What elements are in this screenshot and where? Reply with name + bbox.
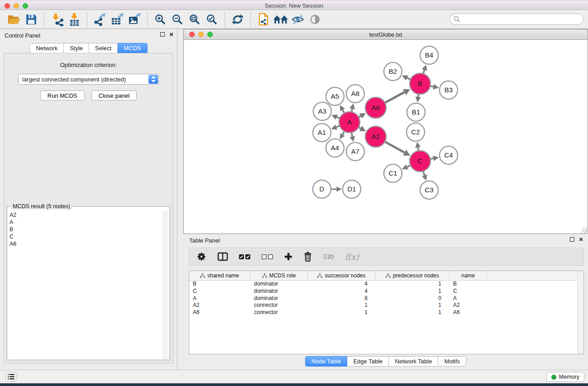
network-canvas[interactable]: AA6A2BCA1A3A4A5A7A8B1B2B3B4C1C2C3C4DD1 [184,40,588,234]
search-input[interactable] [460,16,583,23]
mcds-result-item[interactable]: A [10,219,163,226]
refresh-icon[interactable] [229,11,246,28]
cell-MCDS-role[interactable]: dominator [250,288,308,295]
graph-node-C2[interactable]: C2 [406,123,425,141]
cell-predecessor-nodes[interactable]: 0 [376,295,449,302]
cell-predecessor-nodes[interactable]: 1 [376,288,449,295]
network-list-button[interactable] [5,372,16,381]
tab-node-table[interactable]: Node Table [305,356,348,367]
cell-MCDS-role[interactable]: connector [250,302,308,309]
mcds-result-item[interactable]: A6 [10,240,163,248]
graph-node-D[interactable]: D [313,180,331,198]
cell-predecessor-nodes[interactable]: 1 [376,309,449,316]
zoom-selected-icon[interactable] [203,11,220,28]
tab-motifs[interactable]: Motifs [438,356,466,367]
resize-grip[interactable] [582,228,587,233]
graph-edge-A-A7[interactable] [352,133,353,137]
import-table-icon[interactable] [66,11,83,28]
graph-node-A[interactable]: A [339,112,360,133]
home-icon[interactable] [272,11,289,28]
graph-edge-A-A4[interactable] [343,132,344,134]
graph-node-A8[interactable]: A8 [346,85,364,103]
graph-node-A1[interactable]: A1 [313,124,331,142]
unselect-all-columns-icon[interactable] [262,254,273,259]
column-header-MCDS-role[interactable]: MCDS role [250,271,308,280]
export-image-icon[interactable] [126,11,143,28]
zoom-in-icon[interactable] [152,11,169,28]
eye-slash-icon[interactable] [289,11,306,28]
mcds-result-item[interactable]: B [10,226,163,233]
graph-node-A2[interactable]: A2 [365,126,386,147]
graph-node-A3[interactable]: A3 [313,102,331,120]
graph-edge-A-A1[interactable] [336,126,339,127]
column-header-predecessor-nodes[interactable]: predecessor nodes [376,271,449,280]
cell-MCDS-role[interactable]: dominator [250,295,308,302]
run-mcds-button[interactable]: Run MCDS [40,91,85,100]
graph-node-C4[interactable]: C4 [440,146,458,164]
select-all-columns-icon[interactable] [239,254,251,259]
graph-node-C3[interactable]: C3 [420,181,438,199]
cell-predecessor-nodes[interactable]: 1 [376,302,449,309]
graph-edge-C-C1[interactable] [407,166,410,167]
tab-network[interactable]: Network [29,43,64,53]
mcds-result-item[interactable]: C [10,233,163,240]
table-settings-gear-icon[interactable] [196,252,206,262]
close-panel-button[interactable]: Close panel [91,91,137,100]
cell-successor-nodes[interactable]: 8 [308,295,376,302]
graph-node-B3[interactable]: B3 [440,81,458,99]
tab-style[interactable]: Style [64,43,89,53]
tab-network-table[interactable]: Network Table [389,356,438,367]
graph-node-B[interactable]: B [410,73,430,94]
delete-table-icon[interactable] [323,253,334,260]
graph-edge-B-B1[interactable] [418,95,419,97]
graph-edge-B-B4[interactable] [423,70,424,74]
graph-node-A7[interactable]: A7 [346,143,364,161]
table-scrollbar[interactable] [577,271,583,354]
cell-MCDS-role[interactable]: dominator [250,281,308,288]
cell-name[interactable]: A6 [449,309,487,316]
graph-edge-A-A8[interactable] [352,109,352,111]
cell-successor-nodes[interactable]: 1 [308,309,376,316]
graph-edge-C-C2[interactable] [418,148,418,150]
float-panel-icon[interactable] [160,32,165,37]
graph-edge-A-A6[interactable] [359,116,361,117]
mcds-result-item[interactable]: A2 [10,211,163,219]
close-panel-icon[interactable]: × [169,32,173,37]
cell-successor-nodes[interactable]: 1 [308,302,376,309]
tab-edge-table[interactable]: Edge Table [347,356,389,367]
graph-edge-C-C4[interactable] [431,158,434,159]
eye-icon[interactable] [306,11,324,28]
graph-edge-A2-C[interactable] [385,142,405,153]
graph-edge-B-B2[interactable] [407,78,410,79]
table-row[interactable]: Bdominator41B [189,281,583,288]
cell-shared-name[interactable]: A2 [189,302,250,309]
show-column-panel-icon[interactable] [217,252,228,261]
graph-node-C1[interactable]: C1 [384,164,402,182]
zoom-out-icon[interactable] [169,11,186,28]
column-header-successor-nodes[interactable]: successor nodes [308,271,376,280]
tab-select[interactable]: Select [89,43,118,53]
graph-node-A4[interactable]: A4 [326,139,344,157]
graph-node-B4[interactable]: B4 [420,46,438,64]
close-table-panel-icon[interactable]: × [579,237,583,242]
cell-predecessor-nodes[interactable]: 1 [376,281,449,288]
import-network-icon[interactable] [48,11,66,28]
graph-node-A5[interactable]: A5 [326,87,344,105]
table-row[interactable]: A6connector11A6 [189,309,583,316]
open-session-icon[interactable] [5,11,23,28]
graph-node-B2[interactable]: B2 [384,62,402,81]
tab-mcds[interactable]: MCDS [118,43,147,53]
graph-edge-A-A3[interactable] [337,117,339,118]
search-field[interactable] [449,14,583,25]
export-network-icon[interactable] [91,11,109,28]
mcds-result-scrollbar[interactable] [163,210,169,359]
cell-MCDS-role[interactable]: connector [250,309,308,316]
save-session-icon[interactable] [23,11,40,28]
cell-shared-name[interactable]: A6 [189,309,250,316]
cell-shared-name[interactable]: C [189,288,250,295]
cell-successor-nodes[interactable]: 4 [308,288,376,295]
cell-name[interactable]: C [449,288,487,295]
cell-name[interactable]: B [449,281,487,288]
column-header-shared-name[interactable]: shared name [189,271,250,280]
criterion-dropdown[interactable]: largest connected component (directed) [18,74,159,85]
